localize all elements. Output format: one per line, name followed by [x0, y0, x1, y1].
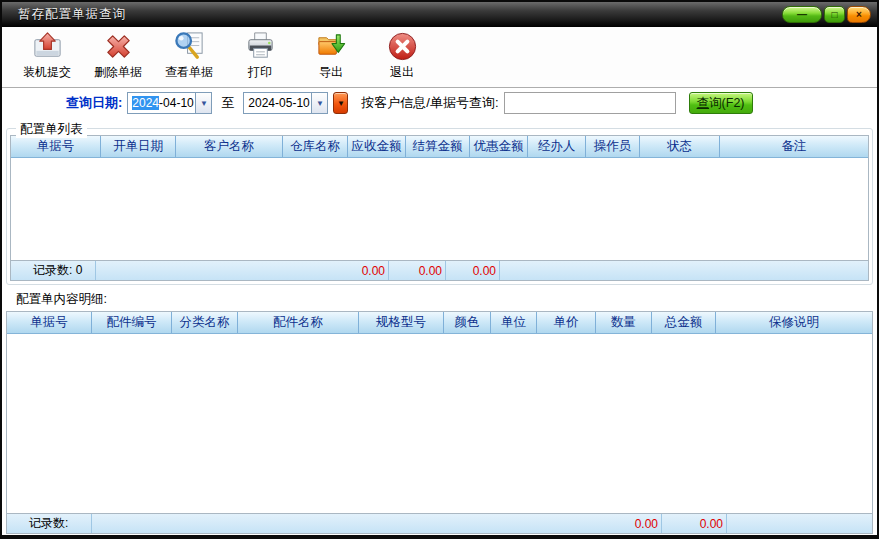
details-total-qty: 0.00 [92, 514, 662, 533]
export-icon [315, 30, 348, 63]
toolbar-submit-button[interactable]: 装机提交 [18, 30, 76, 81]
orders-col-operator[interactable]: 操作员 [586, 136, 640, 157]
date-from-rest-text: -04-10 [159, 96, 194, 110]
toolbar-exit-button[interactable]: 退出 [373, 30, 431, 81]
date-options-arrow-icon: ▼ [337, 99, 345, 108]
minimize-button[interactable]: — [782, 6, 822, 23]
toolbar-export-label: 导出 [319, 64, 343, 81]
customer-search-label: 按客户信息/单据号查询: [361, 94, 498, 112]
orders-grid-header: 单据号 开单日期 客户名称 仓库名称 应收金额 结算金额 优惠金额 经办人 操作… [11, 136, 868, 158]
date-to-value: 2024-05-10 [244, 93, 311, 113]
orders-col-handler[interactable]: 经办人 [528, 136, 586, 157]
orders-col-warehouse[interactable]: 仓库名称 [283, 136, 348, 157]
date-from-dropdown-icon[interactable]: ▼ [195, 93, 211, 113]
details-record-count: 记录数: [7, 514, 92, 533]
app-window: 暂存配置单据查询 — □ × 装机提交 删除单据 [0, 0, 879, 539]
details-footer-spacer [727, 514, 872, 533]
date-to-dropdown-icon[interactable]: ▼ [311, 93, 327, 113]
orders-total-discount: 0.00 [446, 261, 500, 280]
delete-icon [102, 30, 135, 63]
toolbar-view-label: 查看单据 [165, 64, 213, 81]
details-grid: 单据号 配件编号 分类名称 配件名称 规格型号 颜色 单位 单价 数量 总金额 … [6, 311, 873, 534]
date-from-selected-text: 2024 [132, 96, 159, 110]
orders-col-remark[interactable]: 备注 [720, 136, 868, 157]
toolbar: 装机提交 删除单据 查看单据 [2, 27, 877, 88]
orders-col-docno[interactable]: 单据号 [11, 136, 101, 157]
maximize-icon: □ [831, 9, 837, 20]
submit-icon [31, 30, 64, 63]
query-button-label-rest: 询(F2) [709, 96, 744, 110]
toolbar-submit-label: 装机提交 [23, 64, 71, 81]
toolbar-view-button[interactable]: 查看单据 [160, 30, 218, 81]
orders-grid-body [11, 158, 868, 260]
date-options-button[interactable]: ▼ [333, 92, 348, 114]
titlebar[interactable]: 暂存配置单据查询 — □ × [2, 2, 877, 27]
orders-col-discount[interactable]: 优惠金额 [470, 136, 528, 157]
details-col-category[interactable]: 分类名称 [172, 312, 238, 333]
orders-footer-spacer [500, 261, 868, 280]
orders-section-title: 配置单列表 [16, 121, 87, 138]
details-grid-header: 单据号 配件编号 分类名称 配件名称 规格型号 颜色 单位 单价 数量 总金额 … [7, 312, 872, 334]
query-button[interactable]: 查询(F2) [689, 92, 753, 114]
details-col-spec[interactable]: 规格型号 [359, 312, 444, 333]
toolbar-delete-label: 删除单据 [94, 64, 142, 81]
orders-col-settled[interactable]: 结算金额 [406, 136, 470, 157]
window-controls: — □ × [782, 6, 873, 23]
details-grid-body [7, 334, 872, 513]
details-section: 单据号 配件编号 分类名称 配件名称 规格型号 颜色 单位 单价 数量 总金额 … [6, 311, 873, 534]
details-col-qty[interactable]: 数量 [596, 312, 652, 333]
orders-record-count: 记录数: 0 [11, 261, 96, 280]
orders-groupbox: 配置单列表 单据号 开单日期 客户名称 仓库名称 应收金额 结算金额 优惠金额 … [6, 128, 873, 285]
date-range-label: 查询日期: [66, 94, 122, 112]
details-col-warranty[interactable]: 保修说明 [716, 312, 872, 333]
details-col-partname[interactable]: 配件名称 [238, 312, 359, 333]
toolbar-print-label: 打印 [248, 64, 272, 81]
details-col-price[interactable]: 单价 [537, 312, 596, 333]
details-col-partno[interactable]: 配件编号 [92, 312, 172, 333]
details-col-docno[interactable]: 单据号 [7, 312, 92, 333]
toolbar-export-button[interactable]: 导出 [302, 30, 360, 81]
details-grid-footer: 记录数: 0.00 0.00 [7, 513, 872, 533]
orders-col-customer[interactable]: 客户名称 [176, 136, 283, 157]
minimize-icon: — [797, 9, 807, 20]
maximize-button[interactable]: □ [824, 6, 845, 23]
date-from-value: 2024-04-10 [128, 93, 195, 113]
date-from-picker[interactable]: 2024-04-10 ▼ [127, 92, 212, 114]
window-title: 暂存配置单据查询 [18, 6, 782, 23]
orders-col-date[interactable]: 开单日期 [101, 136, 176, 157]
orders-total-receivable: 0.00 [96, 261, 389, 280]
orders-col-receivable[interactable]: 应收金额 [348, 136, 406, 157]
orders-col-status[interactable]: 状态 [640, 136, 720, 157]
toolbar-print-button[interactable]: 打印 [231, 30, 289, 81]
toolbar-exit-label: 退出 [390, 64, 414, 81]
details-section-title: 配置单内容明细: [16, 291, 877, 308]
customer-search-input[interactable] [504, 92, 676, 114]
exit-icon [386, 30, 419, 63]
toolbar-delete-button[interactable]: 删除单据 [89, 30, 147, 81]
view-icon [173, 30, 206, 63]
close-button[interactable]: × [847, 6, 871, 23]
query-button-hotkey-char: 查 [697, 96, 710, 110]
details-col-unit[interactable]: 单位 [491, 312, 537, 333]
date-to-label: 至 [221, 94, 234, 112]
details-col-amount[interactable]: 总金额 [652, 312, 716, 333]
date-to-picker[interactable]: 2024-05-10 ▼ [243, 92, 328, 114]
details-col-color[interactable]: 颜色 [444, 312, 491, 333]
orders-grid: 单据号 开单日期 客户名称 仓库名称 应收金额 结算金额 优惠金额 经办人 操作… [10, 135, 869, 281]
close-icon: × [856, 9, 862, 20]
orders-grid-footer: 记录数: 0 0.00 0.00 0.00 [11, 260, 868, 280]
query-bar: 查询日期: 2024-04-10 ▼ 至 2024-05-10 ▼ ▼ 按客户信… [2, 88, 877, 118]
print-icon [244, 30, 277, 63]
orders-total-settled: 0.00 [389, 261, 446, 280]
details-total-amount: 0.00 [662, 514, 727, 533]
